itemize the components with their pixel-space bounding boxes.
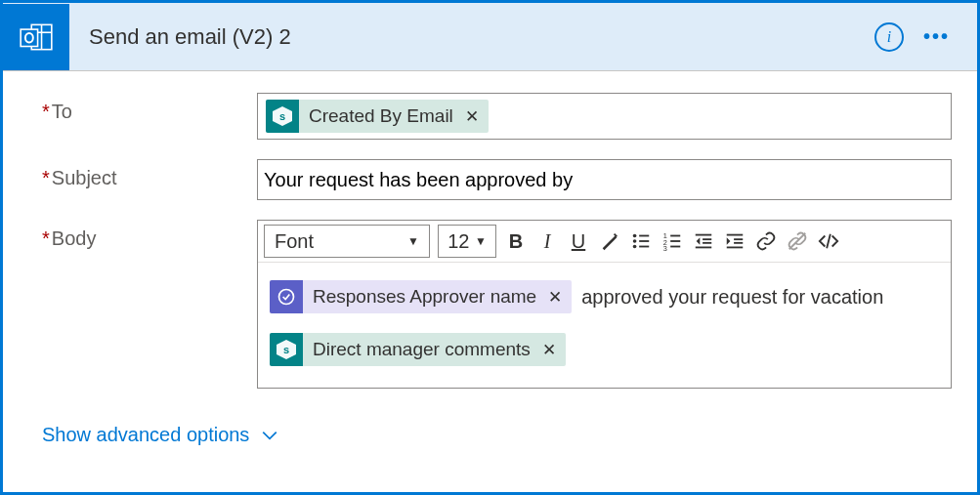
sharepoint-icon: s	[266, 100, 299, 133]
token-label: Responses Approver name	[313, 286, 536, 308]
subject-control	[257, 159, 952, 200]
svg-rect-3	[21, 29, 37, 46]
bullet-list-button[interactable]	[625, 226, 657, 257]
info-icon[interactable]: i	[874, 22, 904, 52]
to-label: *To	[42, 93, 257, 123]
chevron-down-icon: ▼	[475, 234, 487, 248]
advanced-label: Show advanced options	[42, 424, 249, 446]
underline-button[interactable]: U	[563, 226, 594, 257]
svg-point-7	[633, 245, 637, 249]
svg-text:3: 3	[663, 244, 667, 252]
italic-button[interactable]: I	[532, 226, 563, 257]
card-body: *To s Created By Email ✕ *Subject *Body	[3, 71, 977, 456]
subject-label: *Subject	[42, 159, 257, 189]
remove-token-icon[interactable]: ✕	[463, 106, 481, 127]
rte-toolbar: Font ▼ 12 ▼ B I U 12	[258, 221, 951, 263]
bold-button[interactable]: B	[500, 226, 532, 257]
code-view-button[interactable]	[813, 226, 844, 257]
sharepoint-icon: s	[270, 333, 303, 366]
subject-input[interactable]	[258, 165, 951, 195]
font-select-label: Font	[275, 230, 314, 253]
outlook-icon	[3, 4, 69, 70]
token-approver-name[interactable]: Responses Approver name ✕	[270, 280, 572, 313]
unlink-button	[782, 226, 813, 257]
body-label: *Body	[42, 220, 257, 250]
token-label: Created By Email	[309, 105, 453, 127]
subject-row: *Subject	[42, 159, 952, 200]
body-line-2: s Direct manager comments ✕	[268, 331, 941, 368]
indent-button[interactable]	[719, 226, 750, 257]
more-menu-icon[interactable]: •••	[923, 25, 950, 48]
svg-point-6	[633, 239, 637, 243]
header-actions: i •••	[874, 22, 977, 52]
svg-point-5	[633, 234, 637, 238]
body-editor: Font ▼ 12 ▼ B I U 12	[257, 220, 952, 389]
font-size-label: 12	[447, 230, 469, 253]
body-text: approved your request for vacation	[581, 286, 883, 309]
card-title: Send an email (V2) 2	[89, 24, 874, 50]
chevron-down-icon: ▼	[407, 234, 419, 248]
to-input[interactable]: s Created By Email ✕	[257, 93, 952, 140]
card-header: Send an email (V2) 2 i •••	[3, 3, 977, 71]
outdent-button[interactable]	[688, 226, 719, 257]
token-label: Direct manager comments	[313, 339, 531, 360]
token-manager-comments[interactable]: s Direct manager comments ✕	[270, 333, 566, 366]
font-color-button[interactable]	[594, 226, 625, 257]
numbered-list-button[interactable]: 123	[657, 226, 688, 257]
body-row: *Body Font ▼ 12 ▼ B I U	[42, 220, 952, 389]
chevron-down-icon	[261, 427, 278, 444]
svg-point-26	[279, 290, 294, 305]
remove-token-icon[interactable]: ✕	[546, 287, 564, 308]
token-created-by-email[interactable]: s Created By Email ✕	[266, 100, 489, 133]
action-card: Send an email (V2) 2 i ••• *To s Created…	[0, 0, 980, 495]
to-row: *To s Created By Email ✕	[42, 93, 952, 140]
link-button[interactable]	[750, 226, 782, 257]
approvals-icon	[270, 280, 303, 313]
remove-token-icon[interactable]: ✕	[540, 340, 558, 360]
body-line-1: Responses Approver name ✕ approved your …	[268, 278, 941, 315]
font-select[interactable]: Font ▼	[264, 225, 430, 258]
font-size-select[interactable]: 12 ▼	[438, 225, 496, 258]
show-advanced-options-link[interactable]: Show advanced options	[42, 424, 278, 446]
body-content[interactable]: Responses Approver name ✕ approved your …	[258, 263, 951, 388]
